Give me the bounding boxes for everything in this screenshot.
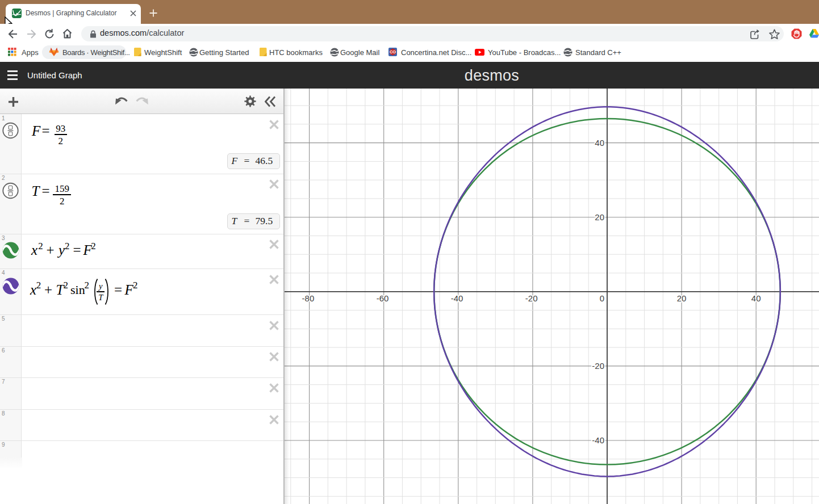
svg-text:40: 40 (751, 293, 761, 303)
svg-text:-40: -40 (451, 293, 463, 303)
svg-text:20: 20 (595, 212, 604, 222)
svg-text:CO: CO (390, 49, 396, 54)
svg-text:-60: -60 (377, 293, 389, 303)
svg-text:-80: -80 (302, 293, 315, 303)
svg-text:-20: -20 (525, 293, 538, 303)
svg-text:20: 20 (677, 293, 687, 303)
svg-text:-20: -20 (592, 361, 604, 371)
svg-text:40: 40 (595, 138, 604, 148)
svg-text:-40: -40 (592, 435, 604, 445)
svg-text:0: 0 (600, 293, 604, 303)
